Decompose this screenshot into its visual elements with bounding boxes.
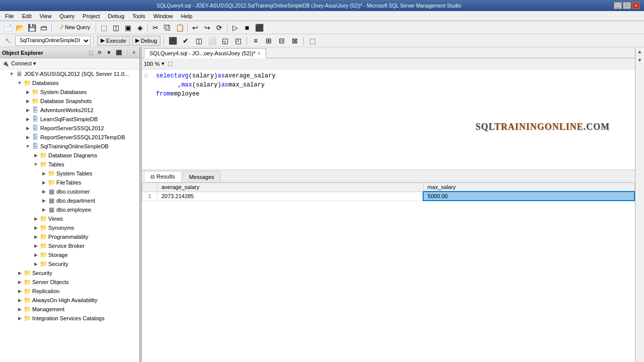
- maximize-button[interactable]: □: [623, 2, 631, 9]
- tb-btn-5[interactable]: ⟳: [214, 23, 225, 33]
- expand-rep[interactable]: ▶: [16, 289, 23, 294]
- expand-st[interactable]: ▼: [24, 144, 31, 149]
- oe-btn-filter[interactable]: ▼: [104, 49, 113, 56]
- expand-sobj[interactable]: ▶: [16, 280, 23, 285]
- expand-ft[interactable]: ▶: [40, 180, 47, 185]
- tree-department[interactable]: ▶ ▦ dbo.department: [0, 196, 139, 205]
- stop-query-btn[interactable]: ⬛: [167, 36, 178, 46]
- props-arrow-up[interactable]: ▲: [637, 47, 642, 56]
- expand-rt[interactable]: ▶: [24, 135, 31, 140]
- expand-cust[interactable]: ▶: [40, 189, 47, 194]
- menu-help[interactable]: Help: [178, 12, 196, 20]
- tree-storage[interactable]: ▶ 📁 Storage: [0, 250, 139, 259]
- tab-close-btn[interactable]: ×: [258, 51, 261, 56]
- expand-ls[interactable]: ▶: [24, 117, 31, 122]
- menu-file[interactable]: File: [2, 12, 17, 20]
- expand-ao[interactable]: ▶: [16, 298, 23, 303]
- expand-views[interactable]: ▶: [32, 216, 39, 221]
- new-btn[interactable]: 📄: [2, 23, 13, 33]
- menu-window[interactable]: Window: [150, 12, 176, 20]
- expand-emp[interactable]: ▶: [40, 207, 47, 212]
- paste-btn[interactable]: 📋: [174, 23, 185, 33]
- expand-systbl[interactable]: ▶: [40, 171, 47, 176]
- oe-btn-stop[interactable]: ⬛: [114, 49, 124, 56]
- parse-btn[interactable]: ✔: [180, 36, 191, 46]
- tb-btn-4[interactable]: ◈: [134, 23, 145, 33]
- editor-content[interactable]: select avg(salary) as average_salary ,ma…: [156, 71, 631, 99]
- tb-btn-j[interactable]: ⬚: [307, 36, 318, 46]
- expand-diag[interactable]: ▶: [32, 153, 39, 158]
- tb-btn-d[interactable]: ◱: [219, 36, 230, 46]
- tree-reportserver[interactable]: ▶ 🗄 ReportServerSSSQL2012: [0, 124, 139, 133]
- tree-alwayson[interactable]: ▶ 📁 AlwaysOn High Availability: [0, 296, 139, 305]
- tree-server-objects[interactable]: ▶ 📁 Server Objects: [0, 278, 139, 287]
- expand-syn[interactable]: ▶: [32, 225, 39, 230]
- tree-db-security[interactable]: ▶ 📁 Security: [0, 259, 139, 268]
- expand-snap[interactable]: ▶: [24, 99, 31, 104]
- expand-mgmt[interactable]: ▶: [16, 307, 23, 312]
- results-tab[interactable]: ⊟ Results: [144, 171, 182, 182]
- expand-rs[interactable]: ▶: [24, 126, 31, 131]
- tree-integration-services[interactable]: ▶ 📁 Integration Services Catalogs: [0, 314, 139, 323]
- tree-filetables[interactable]: ▶ 📁 FileTables: [0, 178, 139, 187]
- redo-btn[interactable]: ↪: [202, 23, 213, 33]
- tb-btn-h[interactable]: ⊟: [276, 36, 287, 46]
- tree-learnsql[interactable]: ▶ 🗄 LearnSqlFastSimpleDB: [0, 115, 139, 124]
- tb-btn-1[interactable]: ⬚: [98, 23, 109, 33]
- debug-btn[interactable]: ▶ Debug: [132, 36, 160, 46]
- tb-btn-6[interactable]: ⬛: [254, 23, 265, 33]
- expand-sys[interactable]: ▶: [24, 89, 31, 95]
- run-btn[interactable]: ▷: [229, 23, 240, 33]
- props-arrow-down[interactable]: ▼: [637, 56, 642, 64]
- tree-system-db[interactable]: ▶ 📁 System Databases: [0, 87, 139, 97]
- tb-btn-g[interactable]: ⊞: [263, 36, 274, 46]
- tb-btn-b[interactable]: ◫: [193, 36, 204, 46]
- tree-management[interactable]: ▶ 📁 Management: [0, 305, 139, 314]
- expand-sec[interactable]: ▶: [16, 270, 23, 276]
- menu-project[interactable]: Project: [79, 12, 103, 20]
- stop-btn[interactable]: ■: [242, 23, 253, 33]
- cut-btn[interactable]: ✂: [150, 23, 161, 33]
- expand-dbsec[interactable]: ▶: [32, 261, 39, 266]
- expand-sb[interactable]: ▶: [32, 243, 39, 248]
- expand-aw[interactable]: ▶: [24, 108, 31, 113]
- menu-edit[interactable]: Edit: [19, 12, 35, 20]
- tb-btn-e[interactable]: ◰: [232, 36, 244, 46]
- tb-btn-i[interactable]: ⊠: [289, 36, 300, 46]
- tree-snapshots[interactable]: ▶ 📁 Database Snapshots: [0, 97, 139, 106]
- database-dropdown[interactable]: SqlTrainingOnlineSimpleDI: [15, 36, 91, 46]
- tree-diagrams[interactable]: ▶ 📁 Database Diagrams: [0, 151, 139, 160]
- tree-tables[interactable]: ▼ 📁 Tables: [0, 160, 139, 169]
- tb-btn-3[interactable]: ▣: [122, 23, 133, 33]
- toolbar-btn-a[interactable]: 🔧: [2, 36, 13, 46]
- tree-replication[interactable]: ▶ 📁 Replication: [0, 287, 139, 296]
- menu-view[interactable]: View: [37, 12, 55, 20]
- expand-stor[interactable]: ▶: [32, 252, 39, 257]
- tree-programmability[interactable]: ▶ 📁 Programmability: [0, 232, 139, 241]
- oe-close-btn[interactable]: ×: [130, 49, 137, 56]
- expand-prog[interactable]: ▶: [32, 234, 39, 239]
- tree-server[interactable]: ▼ 🖥 JOEY-ASUS\SQL2012 (SQL Server 11.0..…: [0, 69, 139, 78]
- expand-is[interactable]: ▶: [16, 316, 23, 321]
- menu-debug[interactable]: Debug: [105, 12, 127, 20]
- new-query-btn[interactable]: 📝 Execute New Query: [54, 23, 94, 33]
- tree-reporttemp[interactable]: ▶ 🗄 ReportServerSSSQL2012TempDB: [0, 133, 139, 142]
- execute-btn[interactable]: ▶ Execute: [97, 36, 130, 46]
- tree-synonyms[interactable]: ▶ 📁 Synonyms: [0, 223, 139, 232]
- query-tab[interactable]: SQLQuery4.sql - JO...oey-Asus\Joey (52))…: [144, 48, 266, 58]
- tree-sys-tables[interactable]: ▶ 📁 System Tables: [0, 169, 139, 178]
- tb-btn-c[interactable]: ⬜: [206, 36, 217, 46]
- save-all-btn[interactable]: 🗃: [38, 23, 49, 33]
- tree-employee[interactable]: ▶ ▦ dbo.employee: [0, 205, 139, 214]
- sql-editor[interactable]: ⊟ select avg(salary) as average_salary ,…: [142, 69, 635, 170]
- minimize-button[interactable]: _: [614, 2, 622, 9]
- tree-sqltraining[interactable]: ▼ 🗄 SqlTrainingOnlineSimpleDB: [0, 142, 139, 151]
- copy-btn[interactable]: ⿻: [162, 23, 173, 33]
- tree-views[interactable]: ▶ 📁 Views: [0, 214, 139, 223]
- close-button[interactable]: ×: [632, 2, 640, 9]
- expand-server[interactable]: ▼: [8, 71, 15, 76]
- tb-btn-f[interactable]: ≡: [250, 36, 261, 46]
- save-btn[interactable]: 💾: [26, 23, 37, 33]
- tree-service-broker[interactable]: ▶ 📁 Service Broker: [0, 241, 139, 250]
- cell-avg-salary[interactable]: 2073.214285: [157, 192, 424, 201]
